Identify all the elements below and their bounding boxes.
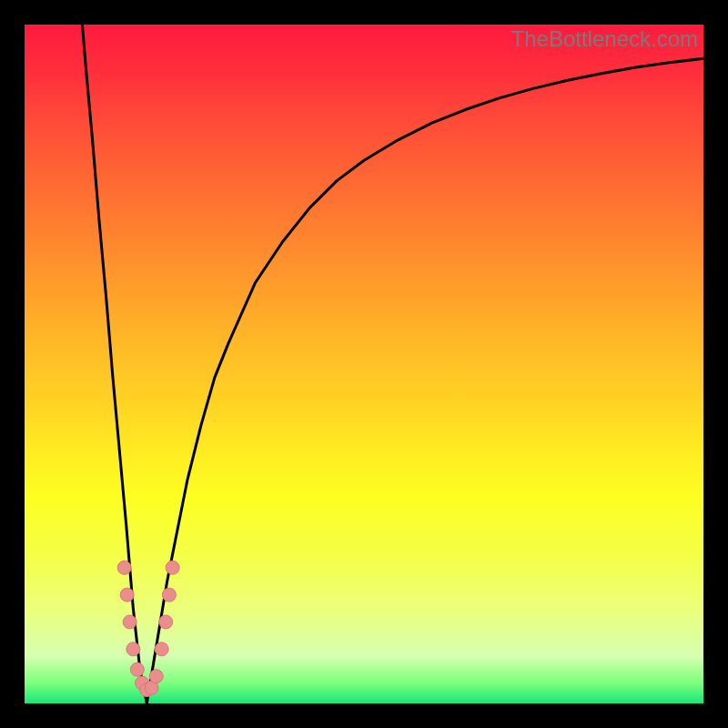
data-marker bbox=[162, 588, 176, 602]
data-marker bbox=[155, 642, 168, 656]
data-marker bbox=[166, 561, 179, 574]
data-marker bbox=[117, 561, 131, 574]
data-marker bbox=[123, 615, 136, 629]
data-marker bbox=[120, 588, 134, 602]
chart-svg bbox=[25, 25, 703, 703]
data-marker bbox=[126, 642, 140, 656]
chart-frame: TheBottleneck.com bbox=[0, 0, 728, 728]
curve-right-branch bbox=[147, 58, 703, 703]
data-marker bbox=[130, 662, 144, 676]
marker-layer bbox=[117, 561, 179, 696]
curve-layer bbox=[82, 25, 703, 703]
plot-area: TheBottleneck.com bbox=[25, 25, 703, 703]
data-marker bbox=[159, 615, 173, 629]
data-marker bbox=[149, 670, 163, 683]
curve-left-branch bbox=[82, 25, 147, 703]
